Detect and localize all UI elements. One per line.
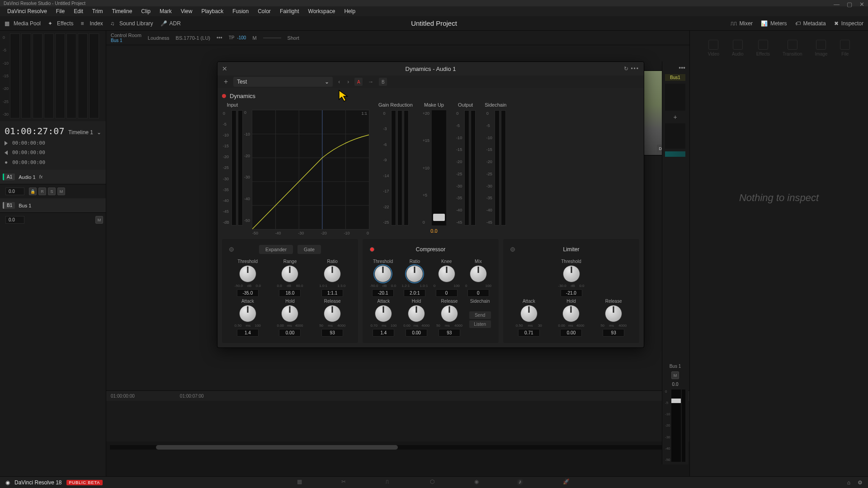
ab-copy-button[interactable]: → xyxy=(366,79,375,85)
track-a1-header[interactable]: A1 Audio 1 fx xyxy=(0,170,106,184)
limiter-enable-toggle[interactable] xyxy=(510,247,515,252)
menu-trim[interactable]: Trim xyxy=(88,7,108,16)
compressor-ratio-knob[interactable] xyxy=(406,265,423,282)
limiter-release-knob[interactable] xyxy=(605,305,622,322)
transfer-curve-graph[interactable]: 1:1 0-10-20-30-40-50 -50-40-30-20-100 xyxy=(252,110,369,230)
sidechain-send-button[interactable]: Send xyxy=(469,311,491,319)
waveform-track-a1[interactable] xyxy=(106,401,689,441)
limiter-hold-value[interactable]: 0.00 xyxy=(560,329,582,337)
more-icon[interactable]: ••• xyxy=(217,35,222,41)
master-timecode[interactable]: 01:00:27:07 xyxy=(5,126,64,136)
mute-button[interactable]: M xyxy=(57,188,65,195)
ab-a-button[interactable]: A xyxy=(354,78,363,86)
expander-threshold-value[interactable]: -35.0 xyxy=(237,289,259,297)
compressor-ratio-value[interactable]: 2.0:1 xyxy=(404,289,425,297)
compressor-mix-value[interactable]: 0 xyxy=(467,289,489,297)
expander-release-knob[interactable] xyxy=(324,305,341,322)
menu-color[interactable]: Color xyxy=(253,7,275,16)
minimize-icon[interactable]: — xyxy=(834,1,840,8)
effects-button[interactable]: ✦Effects xyxy=(48,20,73,27)
menu-timeline[interactable]: Timeline xyxy=(107,7,137,16)
more-icon[interactable]: ••• xyxy=(665,64,685,71)
expander-ratio-knob[interactable] xyxy=(324,265,341,282)
compressor-attack-value[interactable]: 1.4 xyxy=(373,329,394,337)
tab-transition[interactable]: Transition xyxy=(783,40,802,56)
media-pool-button[interactable]: ▦Media Pool xyxy=(5,20,41,27)
sound-library-button[interactable]: ♫Sound Library xyxy=(110,20,153,27)
preset-next-button[interactable]: › xyxy=(345,79,351,85)
dynamics-enable-led[interactable] xyxy=(222,94,226,98)
maximize-icon[interactable]: ▢ xyxy=(847,1,852,8)
tc-in[interactable]: 00:00:00:00 xyxy=(12,140,45,146)
menu-resolve[interactable]: DaVinci Resolve xyxy=(3,7,52,16)
menu-fairlight[interactable]: Fairlight xyxy=(275,7,304,16)
mute-button[interactable]: M xyxy=(95,216,103,224)
expander-range-value[interactable]: 18.0 xyxy=(279,289,301,297)
tab-image[interactable]: Image xyxy=(815,40,828,56)
track-a1-gain[interactable]: 0.0 xyxy=(5,188,24,195)
record-button[interactable]: R xyxy=(38,188,46,195)
makeup-slider[interactable] xyxy=(432,110,446,225)
timeline[interactable]: 01:00:00:0001:00:07:00 xyxy=(106,390,689,476)
bus-eq[interactable] xyxy=(665,84,685,111)
page-cut-icon[interactable]: ✂ xyxy=(341,479,349,487)
limiter-hold-knob[interactable] xyxy=(562,305,580,322)
limiter-threshold-knob[interactable] xyxy=(563,265,580,282)
play-icon[interactable] xyxy=(5,141,8,145)
limiter-attack-knob[interactable] xyxy=(520,305,538,322)
tc-dur[interactable]: 00:00:00:00 xyxy=(12,160,45,165)
makeup-value[interactable]: 0.0 xyxy=(430,228,437,234)
add-preset-button[interactable]: + xyxy=(222,78,230,86)
meters-button[interactable]: 📊Meters xyxy=(761,20,787,27)
track-b1-header[interactable]: B1 Bus 1 xyxy=(0,198,106,213)
page-color-icon[interactable]: ◉ xyxy=(474,479,482,487)
solo-button[interactable]: S xyxy=(48,188,56,195)
expander-range-knob[interactable] xyxy=(281,265,298,282)
tab-audio[interactable]: Audio xyxy=(732,40,744,56)
reset-icon[interactable]: ↻ xyxy=(624,66,628,72)
tab-file[interactable]: File xyxy=(840,40,850,56)
page-fusion-icon[interactable]: ⬡ xyxy=(430,479,438,487)
menu-fusion[interactable]: Fusion xyxy=(228,7,253,16)
expander-ratio-value[interactable]: 1:1.1 xyxy=(321,289,343,297)
menu-mark[interactable]: Mark xyxy=(155,7,176,16)
compressor-knee-value[interactable]: 0 xyxy=(436,289,458,297)
menu-file[interactable]: File xyxy=(52,7,69,16)
menu-help[interactable]: Help xyxy=(340,7,360,16)
bus-dynamics[interactable] xyxy=(665,123,685,149)
compressor-release-value[interactable]: 93 xyxy=(439,329,460,337)
lock-icon[interactable]: 🔒 xyxy=(29,188,37,195)
add-button[interactable]: + xyxy=(665,113,685,121)
preset-prev-button[interactable]: ‹ xyxy=(336,79,342,85)
compressor-threshold-value[interactable]: -20.1 xyxy=(372,289,394,297)
compressor-hold-value[interactable]: 0.00 xyxy=(406,329,427,337)
track-b1-gain[interactable]: 0.0 xyxy=(5,216,24,224)
compressor-threshold-knob[interactable] xyxy=(374,265,392,282)
metadata-button[interactable]: 🏷Metadata xyxy=(795,20,826,27)
page-edit-icon[interactable]: ⎍ xyxy=(386,479,394,487)
limiter-attack-value[interactable]: 0.71 xyxy=(518,329,540,337)
expander-tab[interactable]: Expander xyxy=(259,245,293,254)
bus-fader[interactable] xyxy=(671,389,681,462)
play-reverse-icon[interactable] xyxy=(5,150,8,155)
tab-effects[interactable]: Effects xyxy=(756,40,770,56)
dialog-menu-icon[interactable]: ••• xyxy=(631,66,639,72)
close-window-icon[interactable]: ✕ xyxy=(859,1,864,8)
expander-attack-value[interactable]: 1.4 xyxy=(237,329,259,337)
tc-out[interactable]: 00:00:00:00 xyxy=(12,150,45,155)
settings-icon[interactable]: ⚙ xyxy=(858,479,863,486)
preset-selector[interactable]: Test⌄ xyxy=(233,77,333,87)
home-icon[interactable]: ⌂ xyxy=(847,479,850,486)
fx-indicator[interactable]: fx xyxy=(39,174,43,179)
menu-workspace[interactable]: Workspace xyxy=(304,7,340,16)
adr-button[interactable]: 🎤ADR xyxy=(160,20,181,27)
mute-button[interactable]: M xyxy=(671,371,679,379)
bus-pan[interactable] xyxy=(665,151,685,157)
tab-video[interactable]: Video xyxy=(708,40,719,56)
loudness-standard[interactable]: BS.1770-1 (LU) xyxy=(176,35,210,41)
page-media-icon[interactable]: ▦ xyxy=(297,479,305,487)
sidechain-listen-button[interactable]: Listen xyxy=(469,320,491,328)
menu-edit[interactable]: Edit xyxy=(69,7,88,16)
limiter-release-value[interactable]: 93 xyxy=(603,329,624,337)
menu-playback[interactable]: Playback xyxy=(197,7,228,16)
